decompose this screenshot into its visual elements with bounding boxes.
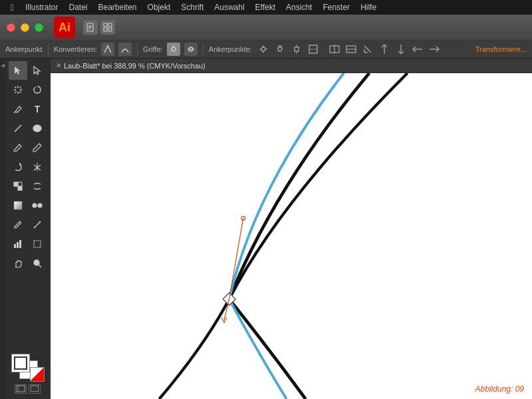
anchor-btn-1[interactable] xyxy=(256,42,271,57)
tool-row-1 xyxy=(9,61,47,80)
konvertieren-label: Konvertieren: xyxy=(54,45,97,53)
screen-mode-1[interactable] xyxy=(15,384,27,394)
app-logo: Ai xyxy=(54,17,75,38)
svg-line-40 xyxy=(15,92,17,93)
convert-btn-1[interactable] xyxy=(101,43,114,56)
tab-close-btn[interactable]: ✕ xyxy=(56,62,61,69)
menu-auswahl[interactable]: Auswahl xyxy=(209,3,249,12)
line-tool[interactable] xyxy=(9,119,27,138)
griffe-label: Griffe: xyxy=(143,45,163,53)
arrange-icon[interactable] xyxy=(100,20,115,35)
tab-title: Laub-Blatt* bei 388,99 % (CMYK/Vorschau) xyxy=(64,62,205,70)
align-btn-4[interactable] xyxy=(377,42,392,57)
artboard-tool[interactable] xyxy=(28,235,47,253)
tool-row-4 xyxy=(9,119,47,138)
control-bar: Ankerpunkt Konvertieren: Griffe: Ankerpu… xyxy=(0,40,532,59)
reflect-tool[interactable] xyxy=(28,158,47,176)
convert-btn-2[interactable] xyxy=(118,43,132,56)
anchor-btn-3[interactable] xyxy=(289,42,304,57)
warp-tool[interactable] xyxy=(28,177,47,196)
gradient-tool[interactable] xyxy=(9,196,27,215)
pen-tool[interactable] xyxy=(9,100,27,118)
handle-btn-1[interactable] xyxy=(167,43,180,56)
screen-mode-icons xyxy=(15,384,41,394)
canvas-document[interactable] xyxy=(51,73,532,399)
menu-datei[interactable]: Datei xyxy=(64,3,92,12)
svg-rect-50 xyxy=(14,201,22,209)
maximize-button[interactable] xyxy=(35,23,43,32)
zoom-tool[interactable] xyxy=(28,254,47,273)
separator-2 xyxy=(137,43,138,55)
anchor-btn-4[interactable] xyxy=(306,42,321,57)
scale-tool[interactable] xyxy=(9,177,27,196)
svg-line-38 xyxy=(15,87,17,88)
pencil-tool[interactable] xyxy=(28,138,47,157)
magic-wand-tool[interactable] xyxy=(9,80,27,99)
lasso-tool[interactable] xyxy=(28,80,47,99)
align-btn-5[interactable] xyxy=(394,42,408,57)
foreground-swatch[interactable] xyxy=(11,354,30,372)
svg-point-17 xyxy=(278,47,282,51)
align-btn-6[interactable] xyxy=(410,42,425,57)
tool-row-8 xyxy=(9,196,47,215)
paintbrush-tool[interactable] xyxy=(9,138,27,157)
tool-row-11 xyxy=(9,254,47,273)
svg-rect-57 xyxy=(14,244,16,248)
graph-tool[interactable] xyxy=(9,235,27,253)
menu-bearbeiten[interactable]: Bearbeiten xyxy=(94,3,142,12)
menu-effekt[interactable]: Effekt xyxy=(251,3,280,12)
direct-select-tool[interactable] xyxy=(28,61,47,80)
minimize-button[interactable] xyxy=(21,23,29,32)
menu-objekt[interactable]: Objekt xyxy=(143,3,176,12)
svg-line-62 xyxy=(39,265,41,267)
menu-schrift[interactable]: Schrift xyxy=(176,3,208,12)
sidebar-collapse[interactable]: ◀ xyxy=(0,59,5,399)
canvas-area: ✕ Laub-Blatt* bei 388,99 % (CMYK/Vorscha… xyxy=(51,59,532,399)
doc-icon[interactable] xyxy=(83,20,98,35)
menu-fenster[interactable]: Fenster xyxy=(318,3,354,12)
sidebar: T xyxy=(5,59,51,399)
svg-rect-4 xyxy=(104,23,107,27)
svg-rect-65 xyxy=(17,386,25,392)
svg-point-44 xyxy=(33,125,41,132)
ellipse-tool[interactable] xyxy=(28,119,47,138)
measure-tool[interactable] xyxy=(28,215,47,234)
svg-line-41 xyxy=(20,87,21,88)
eyedropper-tool[interactable] xyxy=(9,215,27,234)
ankerpunkt-label: Ankerpunkt xyxy=(5,45,43,53)
tool-row-10 xyxy=(9,235,47,253)
align-btn-2[interactable] xyxy=(344,42,358,57)
type-tool[interactable]: T xyxy=(28,100,47,118)
svg-rect-58 xyxy=(17,242,19,248)
menu-bar:  Illustrator Datei Bearbeiten Objekt Sc… xyxy=(0,0,532,15)
svg-rect-46 xyxy=(14,182,18,186)
reset-colors[interactable] xyxy=(30,367,45,382)
menu-illustrator[interactable]: Illustrator xyxy=(21,3,63,12)
separator-1 xyxy=(48,43,49,55)
color-swatches xyxy=(11,354,45,382)
align-btn-7[interactable] xyxy=(427,42,442,57)
tool-row-2 xyxy=(9,80,47,99)
svg-rect-18 xyxy=(295,47,299,51)
blend-tool[interactable] xyxy=(28,196,47,215)
anchor-btns xyxy=(256,42,321,57)
close-button[interactable] xyxy=(7,23,15,32)
transformieren-label[interactable]: Transformiere... xyxy=(475,45,527,53)
figure-label: Abbildung: 09 xyxy=(475,384,524,394)
rotate-tool[interactable] xyxy=(9,158,27,176)
tab-bar: ✕ Laub-Blatt* bei 388,99 % (CMYK/Vorscha… xyxy=(51,59,532,73)
svg-point-12 xyxy=(261,47,265,51)
screen-mode-2[interactable] xyxy=(29,384,41,394)
handle-btn-2[interactable] xyxy=(184,43,198,56)
align-btn-1[interactable] xyxy=(327,42,342,57)
select-tool[interactable] xyxy=(9,61,27,80)
hand-tool[interactable] xyxy=(9,254,27,273)
title-bar: Ai xyxy=(0,15,532,40)
menu-ansicht[interactable]: Ansicht xyxy=(281,3,317,12)
svg-line-54 xyxy=(34,221,41,228)
apple-menu[interactable]:  xyxy=(5,2,19,13)
tool-row-7 xyxy=(9,177,47,196)
menu-hilfe[interactable]: Hilfe xyxy=(356,3,381,12)
align-btn-3[interactable] xyxy=(360,42,375,57)
anchor-btn-2[interactable] xyxy=(273,42,287,57)
